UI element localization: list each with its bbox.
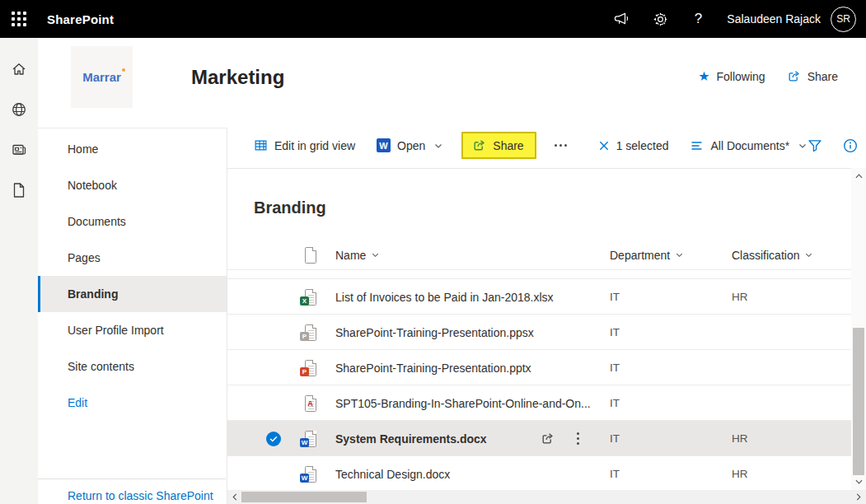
horizontal-scrollbar[interactable] bbox=[227, 490, 866, 504]
filter-icon[interactable] bbox=[807, 138, 822, 153]
sharepoint-brand[interactable]: SharePoint bbox=[47, 12, 114, 26]
globe-icon[interactable] bbox=[0, 89, 38, 129]
sidebar-item-documents[interactable]: Documents bbox=[38, 203, 227, 240]
sidebar-item-edit[interactable]: Edit bbox=[38, 385, 227, 421]
table-body: X List of Invoices to be Paid in Jan-201… bbox=[227, 278, 851, 491]
file-name[interactable]: System Requirements.docx bbox=[335, 421, 487, 456]
suite-bar: SharePoint ? Salaudeen Rajack SR bbox=[0, 0, 866, 38]
department-value: IT bbox=[610, 456, 620, 492]
file-name[interactable]: SPT105-Branding-In-SharePoint-Online-and… bbox=[335, 385, 591, 421]
word-file-icon: W bbox=[303, 456, 317, 492]
ppsx-file-icon: P bbox=[303, 315, 317, 350]
scroll-down-icon[interactable] bbox=[851, 475, 866, 488]
column-header-name[interactable]: Name bbox=[335, 240, 380, 270]
department-value: IT bbox=[610, 279, 620, 315]
row-more-actions-icon[interactable] bbox=[573, 421, 583, 456]
open-button[interactable]: W Open bbox=[377, 138, 443, 152]
chevron-down-icon bbox=[798, 141, 807, 151]
return-to-classic-link[interactable]: Return to classic SharePoint bbox=[38, 478, 226, 502]
chevron-down-icon bbox=[675, 250, 684, 259]
view-options-icon bbox=[690, 140, 704, 152]
classification-value: HR bbox=[732, 279, 748, 315]
table-row[interactable]: P SharePoint-Training-Presentation.ppsx … bbox=[227, 314, 851, 349]
file-type-column-icon[interactable] bbox=[303, 240, 317, 270]
file-name[interactable]: List of Invoices to be Paid in Jan-2018.… bbox=[335, 279, 554, 315]
horizontal-scroll-thumb[interactable] bbox=[241, 492, 367, 502]
file-name[interactable]: SharePoint-Training-Presentation.ppsx bbox=[335, 315, 534, 350]
view-selector[interactable]: All Documents* bbox=[690, 139, 807, 152]
info-icon[interactable] bbox=[843, 138, 858, 153]
sidebar-item-pages[interactable]: Pages bbox=[38, 240, 227, 276]
sharepoint-app: SharePoint ? Salaudeen Rajack SR bbox=[0, 0, 866, 504]
scroll-up-icon[interactable] bbox=[851, 170, 866, 183]
sidebar-item-branding[interactable]: Branding bbox=[38, 276, 227, 312]
table-row[interactable]: A SPT105-Branding-In-SharePoint-Online-a… bbox=[227, 385, 851, 420]
vertical-scroll-thumb[interactable] bbox=[853, 328, 864, 475]
megaphone-icon[interactable] bbox=[603, 12, 641, 26]
sidebar-item-site-contents[interactable]: Site contents bbox=[38, 348, 227, 385]
grid-icon bbox=[254, 138, 268, 152]
pdf-file-icon: A bbox=[303, 385, 317, 421]
share-button-highlighted[interactable]: Share bbox=[461, 132, 536, 159]
more-commands-icon[interactable] bbox=[550, 139, 572, 152]
department-value: IT bbox=[610, 350, 620, 385]
department-value: IT bbox=[610, 421, 620, 456]
table-row-selected[interactable]: W System Requirements.docx IT HR bbox=[227, 420, 851, 455]
settings-gear-icon[interactable] bbox=[641, 12, 679, 27]
file-name[interactable]: SharePoint-Training-Presentation.pptx bbox=[335, 350, 531, 385]
left-app-rail bbox=[0, 38, 38, 504]
word-app-icon: W bbox=[377, 138, 391, 152]
table-row[interactable]: W Technical Design.docx IT HR bbox=[227, 455, 851, 491]
pptx-file-icon: P bbox=[303, 350, 317, 385]
site-title: Marketing bbox=[191, 66, 284, 89]
star-icon: ★ bbox=[698, 70, 709, 83]
share-icon bbox=[787, 69, 801, 83]
site-logo[interactable]: Marrar bbox=[71, 46, 133, 108]
row-share-icon[interactable] bbox=[541, 421, 555, 456]
table-header: Name Department Classification bbox=[227, 240, 851, 270]
sidebar-item-notebook[interactable]: Notebook bbox=[38, 167, 227, 203]
user-name: Salaudeen Rajack bbox=[727, 12, 821, 26]
xlsx-file-icon: X bbox=[303, 279, 317, 315]
news-icon[interactable] bbox=[0, 129, 38, 170]
scroll-right-icon[interactable] bbox=[852, 490, 865, 504]
column-header-department[interactable]: Department bbox=[610, 240, 684, 270]
sidebar-item-home[interactable]: Home bbox=[38, 131, 227, 167]
library-title: Branding bbox=[254, 198, 326, 217]
column-header-classification[interactable]: Classification bbox=[732, 240, 813, 270]
table-row[interactable]: X List of Invoices to be Paid in Jan-201… bbox=[227, 278, 851, 314]
site-header: Marrar Marketing ★ Following Share bbox=[38, 38, 866, 128]
clear-selection-button[interactable]: 1 selected bbox=[598, 139, 669, 152]
chevron-down-icon bbox=[804, 250, 813, 259]
word-file-icon: W bbox=[303, 421, 317, 456]
vertical-scrollbar[interactable] bbox=[851, 168, 866, 490]
site-share-button[interactable]: Share bbox=[787, 69, 838, 83]
help-icon[interactable]: ? bbox=[679, 11, 717, 27]
chevron-down-icon bbox=[371, 250, 380, 259]
document-library: Branding Name Department Classification bbox=[227, 168, 851, 490]
selected-check-icon[interactable] bbox=[266, 421, 281, 456]
classification-value: HR bbox=[732, 456, 748, 492]
sidebar-item-user-profile-import[interactable]: User Profile Import bbox=[38, 312, 227, 348]
share-icon bbox=[472, 138, 486, 152]
app-launcher-waffle-icon[interactable] bbox=[0, 0, 38, 38]
close-icon bbox=[598, 140, 610, 152]
chevron-down-icon bbox=[433, 141, 443, 151]
department-value: IT bbox=[610, 385, 620, 421]
site-navigation: Home Notebook Documents Pages Branding U… bbox=[38, 128, 227, 504]
avatar[interactable]: SR bbox=[831, 7, 856, 32]
department-value: IT bbox=[610, 315, 620, 350]
following-button[interactable]: ★ Following bbox=[698, 70, 765, 83]
scroll-left-icon[interactable] bbox=[228, 490, 241, 504]
command-bar: Edit in grid view W Open Share 1 selecte… bbox=[227, 128, 866, 168]
table-row[interactable]: P SharePoint-Training-Presentation.pptx … bbox=[227, 349, 851, 385]
classification-value: HR bbox=[732, 421, 748, 456]
document-icon[interactable] bbox=[0, 170, 38, 210]
home-icon[interactable] bbox=[0, 49, 38, 89]
edit-grid-view-button[interactable]: Edit in grid view bbox=[254, 138, 355, 152]
file-name[interactable]: Technical Design.docx bbox=[335, 456, 450, 492]
